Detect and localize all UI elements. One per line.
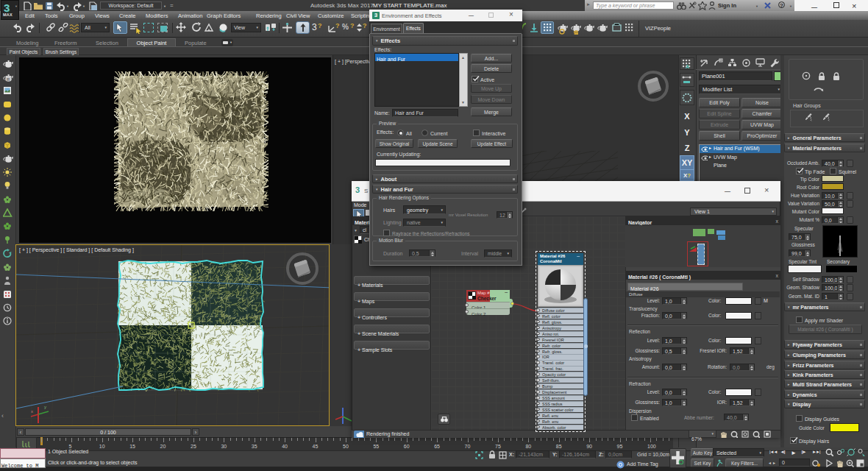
svg-text:A: A xyxy=(686,64,689,68)
svg-text:y: y xyxy=(44,405,46,409)
svg-text:x: x xyxy=(31,409,33,414)
svg-text:R: R xyxy=(7,77,10,82)
